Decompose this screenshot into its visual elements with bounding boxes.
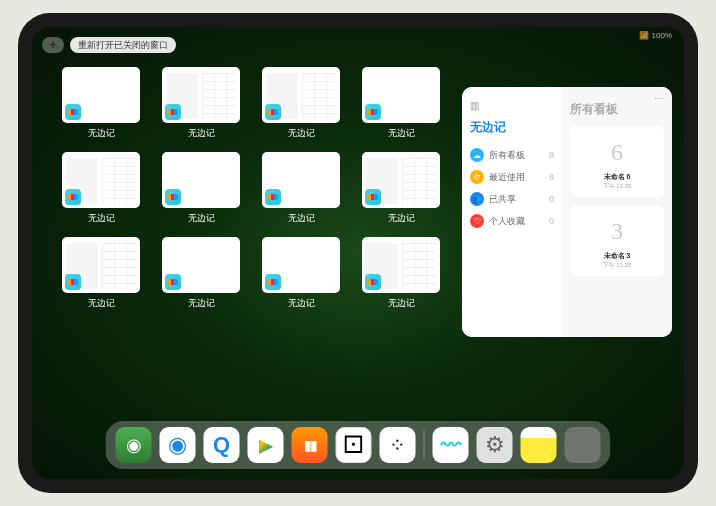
app-switcher-grid: 无边记无边记无边记无边记无边记无边记无边记无边记无边记无边记无边记无边记 xyxy=(62,67,452,310)
ipad-frame: 📶 100% + 重新打开已关闭的窗口 无边记无边记无边记无边记无边记无边记无边… xyxy=(18,13,698,493)
app-label: 无边记 xyxy=(288,297,315,310)
nav-icon: 👥 xyxy=(470,192,484,206)
signal-icon: 📶 xyxy=(639,31,649,40)
dock-separator xyxy=(424,430,425,460)
nav-item[interactable]: ☁所有看板8 xyxy=(470,144,554,166)
freeform-app-icon xyxy=(365,189,381,205)
app-card[interactable]: 无边记 xyxy=(362,237,440,310)
board-sketch: 3 xyxy=(576,211,658,251)
app-card[interactable]: 无边记 xyxy=(362,67,440,140)
app-label: 无边记 xyxy=(288,127,315,140)
app-thumbnail[interactable] xyxy=(62,67,140,123)
qq1-icon[interactable] xyxy=(160,427,196,463)
app-thumbnail[interactable] xyxy=(162,152,240,208)
nav-count: 8 xyxy=(549,172,554,182)
dots-icon[interactable] xyxy=(380,427,416,463)
status-bar: 📶 100% xyxy=(639,31,672,40)
app-thumbnail[interactable] xyxy=(262,237,340,293)
app-card[interactable]: 无边记 xyxy=(62,152,140,225)
settings-icon[interactable] xyxy=(477,427,513,463)
freeform-app-icon xyxy=(265,104,281,120)
freeform-app-icon xyxy=(365,104,381,120)
panel-right-title: 所有看板 xyxy=(570,101,664,118)
nav-item[interactable]: ♡个人收藏0 xyxy=(470,210,554,232)
reopen-closed-window-button[interactable]: 重新打开已关闭的窗口 xyxy=(70,37,176,53)
board-card[interactable]: 6未命名 6下午 11:25 xyxy=(570,126,664,197)
app-thumbnail[interactable] xyxy=(262,67,340,123)
app-label: 无边记 xyxy=(88,297,115,310)
nav-count: 8 xyxy=(549,150,554,160)
app-label: 无边记 xyxy=(188,297,215,310)
app-thumbnail[interactable] xyxy=(362,152,440,208)
app-card[interactable]: 无边记 xyxy=(262,237,340,310)
top-controls: + 重新打开已关闭的窗口 xyxy=(42,37,176,53)
books-icon[interactable] xyxy=(292,427,328,463)
notes-icon[interactable] xyxy=(521,427,557,463)
app-label: 无边记 xyxy=(388,212,415,225)
freeform-panel: ▥ 无边记 ☁所有看板8⏱最近使用8👥已共享0♡个人收藏0 ⋯ 所有看板 6未命… xyxy=(462,87,672,337)
app-thumbnail[interactable] xyxy=(62,152,140,208)
nav-icon: ☁ xyxy=(470,148,484,162)
freeform-app-icon xyxy=(165,274,181,290)
board-timestamp: 下午 11:25 xyxy=(576,182,658,191)
board-name: 未命名 6 xyxy=(576,172,658,182)
app-label: 无边记 xyxy=(388,127,415,140)
dice-icon[interactable] xyxy=(336,427,372,463)
nav-icon: ⏱ xyxy=(470,170,484,184)
freeform-app-icon xyxy=(265,189,281,205)
nav-label: 个人收藏 xyxy=(489,215,525,228)
app-card[interactable]: 无边记 xyxy=(162,237,240,310)
nav-label: 所有看板 xyxy=(489,149,525,162)
app-thumbnail[interactable] xyxy=(362,237,440,293)
app-thumbnail[interactable] xyxy=(262,152,340,208)
nav-count: 0 xyxy=(549,194,554,204)
board-timestamp: 下午 11:25 xyxy=(576,261,658,270)
app-thumbnail[interactable] xyxy=(162,237,240,293)
app-card[interactable]: 无边记 xyxy=(262,152,340,225)
freeform-app-icon xyxy=(365,274,381,290)
sidebar-toggle-icon[interactable]: ▥ xyxy=(470,100,479,111)
board-name: 未命名 3 xyxy=(576,251,658,261)
panel-left-title: 无边记 xyxy=(470,119,554,136)
play-icon[interactable] xyxy=(248,427,284,463)
more-icon[interactable]: ⋯ xyxy=(654,93,664,104)
app-label: 无边记 xyxy=(388,297,415,310)
freeform-app-icon xyxy=(65,274,81,290)
app-label: 无边记 xyxy=(88,127,115,140)
nav-label: 已共享 xyxy=(489,193,516,206)
app-label: 无边记 xyxy=(88,212,115,225)
dock xyxy=(106,421,611,469)
nav-item[interactable]: 👥已共享0 xyxy=(470,188,554,210)
freeform-app-icon xyxy=(65,104,81,120)
app-thumbnail[interactable] xyxy=(162,67,240,123)
screen: 📶 100% + 重新打开已关闭的窗口 无边记无边记无边记无边记无边记无边记无边… xyxy=(32,27,684,479)
app-card[interactable]: 无边记 xyxy=(362,152,440,225)
board-sketch: 6 xyxy=(576,132,658,172)
board-card[interactable]: 3未命名 3下午 11:25 xyxy=(570,205,664,276)
app-thumbnail[interactable] xyxy=(62,237,140,293)
freeform-icon[interactable] xyxy=(433,427,469,463)
app-label: 无边记 xyxy=(288,212,315,225)
nav-icon: ♡ xyxy=(470,214,484,228)
stack-icon[interactable] xyxy=(565,427,601,463)
app-thumbnail[interactable] xyxy=(362,67,440,123)
nav-label: 最近使用 xyxy=(489,171,525,184)
qq2-icon[interactable] xyxy=(204,427,240,463)
panel-content: ⋯ 所有看板 6未命名 6下午 11:253未命名 3下午 11:25 xyxy=(562,87,672,337)
app-card[interactable]: 无边记 xyxy=(262,67,340,140)
freeform-app-icon xyxy=(165,189,181,205)
app-card[interactable]: 无边记 xyxy=(162,152,240,225)
app-card[interactable]: 无边记 xyxy=(62,67,140,140)
nav-count: 0 xyxy=(549,216,554,226)
app-card[interactable]: 无边记 xyxy=(162,67,240,140)
add-button[interactable]: + xyxy=(42,37,64,53)
wechat-icon[interactable] xyxy=(116,427,152,463)
freeform-app-icon xyxy=(265,274,281,290)
app-card[interactable]: 无边记 xyxy=(62,237,140,310)
freeform-app-icon xyxy=(65,189,81,205)
panel-sidebar: ▥ 无边记 ☁所有看板8⏱最近使用8👥已共享0♡个人收藏0 xyxy=(462,87,562,337)
app-label: 无边记 xyxy=(188,212,215,225)
nav-item[interactable]: ⏱最近使用8 xyxy=(470,166,554,188)
app-label: 无边记 xyxy=(188,127,215,140)
battery-label: 100% xyxy=(652,31,672,40)
